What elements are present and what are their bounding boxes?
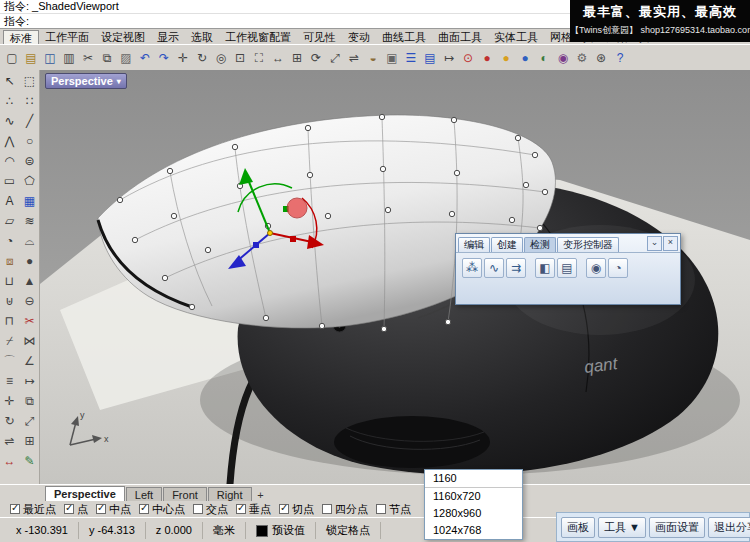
selection-filter-icon[interactable]: ⬚	[20, 72, 39, 91]
checkbox-icon[interactable]	[193, 504, 203, 514]
menu-tab-visibility[interactable]: 可见性	[297, 30, 342, 44]
text-icon[interactable]: A	[0, 192, 19, 211]
line-icon[interactable]: ╱	[20, 112, 39, 131]
box-icon[interactable]: ⧈	[0, 252, 19, 271]
cut-icon[interactable]: ✂	[79, 49, 97, 67]
point-analysis-icon[interactable]: ⁂	[462, 258, 482, 278]
menu-tab-display[interactable]: 显示	[151, 30, 185, 44]
chamfer-icon[interactable]: ∠	[20, 352, 39, 371]
plane-icon[interactable]: ▱	[0, 212, 19, 231]
move-tool-icon[interactable]: ✛	[0, 392, 19, 411]
dimension-icon[interactable]: ↔	[0, 452, 19, 471]
checkbox-icon[interactable]: ✓	[279, 504, 289, 514]
checkbox-icon[interactable]: ✓	[96, 504, 106, 514]
group-icon[interactable]: ⊛	[592, 49, 610, 67]
draft-angle-icon[interactable]: ◧	[535, 258, 555, 278]
viewport-tab-right[interactable]: Right	[208, 487, 252, 502]
layer-field[interactable]: 预设值	[246, 522, 316, 539]
copy-object-icon[interactable]: ⊞	[288, 49, 306, 67]
tools-button[interactable]: 工具 ▼	[598, 517, 646, 538]
point-marker-icon[interactable]: ⊙	[459, 49, 477, 67]
sphere-blue-icon[interactable]: ●	[516, 49, 534, 67]
circle-icon[interactable]: ○	[20, 132, 39, 151]
panel-tab-create[interactable]: 创建	[491, 237, 523, 252]
copy-tool-icon[interactable]: ⧉	[20, 392, 39, 411]
checkbox-icon[interactable]: ✓	[139, 504, 149, 514]
sphere-yellow-icon[interactable]: ●	[497, 49, 515, 67]
polyline-icon[interactable]: ⋀	[0, 132, 19, 151]
viewport-tab-perspective[interactable]: Perspective	[45, 486, 125, 502]
direction-analysis-icon[interactable]: ⇉	[506, 258, 526, 278]
viewport-title-dropdown[interactable]: Perspective ▾	[45, 73, 127, 89]
point-cloud-icon[interactable]: ∷	[20, 92, 39, 111]
rotate-tool-icon[interactable]: ↻	[0, 412, 19, 431]
surface-icon[interactable]: ▦	[20, 192, 39, 211]
panel-tab-inspect[interactable]: 检测	[524, 237, 556, 252]
zoom-window-icon[interactable]: ⊡	[231, 49, 249, 67]
annotate-icon[interactable]: ✎	[20, 452, 39, 471]
panel-collapse-icon[interactable]: ⌄	[647, 236, 662, 251]
environment-map-icon[interactable]: ◉	[586, 258, 606, 278]
save-icon[interactable]: ◫	[41, 49, 59, 67]
osnap-item-tangent[interactable]: ✓切点	[279, 502, 314, 517]
measure-icon[interactable]: ↦	[440, 49, 458, 67]
dropdown-item-1024x768[interactable]: 1024x768	[425, 522, 522, 539]
viewport-tab-left[interactable]: Left	[126, 487, 162, 502]
select-arrow-icon[interactable]: ↖	[0, 72, 19, 91]
dropdown-item-1160[interactable]: 1160	[425, 470, 522, 488]
menu-tab-surface-tools[interactable]: 曲面工具	[432, 30, 488, 44]
new-file-icon[interactable]: ▢	[3, 49, 21, 67]
scale-icon[interactable]: ⤢	[326, 49, 344, 67]
ellipse-icon[interactable]: ⊜	[20, 152, 39, 171]
extend-icon[interactable]: ↦	[20, 372, 39, 391]
rotate-object-icon[interactable]: ⟳	[307, 49, 325, 67]
arc-icon[interactable]: ◠	[0, 152, 19, 171]
join-icon[interactable]: ⋈	[20, 332, 39, 351]
paste-icon[interactable]: ▨	[117, 49, 135, 67]
open-file-icon[interactable]: ▤	[22, 49, 40, 67]
checkbox-icon[interactable]: ✓	[64, 504, 74, 514]
settings-gear-icon[interactable]: ⚙	[573, 49, 591, 67]
panel-tab-edit[interactable]: 编辑	[458, 237, 490, 252]
osnap-item-perpendicular[interactable]: ✓垂点	[236, 502, 271, 517]
move-icon[interactable]: ↔	[269, 49, 287, 67]
zoom-dynamic-icon[interactable]: ◎	[212, 49, 230, 67]
checkbox-icon[interactable]: ✓	[10, 504, 20, 514]
checkbox-icon[interactable]	[322, 504, 332, 514]
menu-tab-cplane[interactable]: 工作平面	[39, 30, 95, 44]
shaded-view-icon[interactable]: ◐	[535, 49, 553, 67]
trim-icon[interactable]: ✂	[20, 312, 39, 331]
perspective-viewport[interactable]: qant	[40, 70, 750, 484]
zoom-extents-icon[interactable]: ⛶	[250, 49, 268, 67]
copy-icon[interactable]: ⧉	[98, 49, 116, 67]
boolean-intersect-icon[interactable]: ⊓	[0, 312, 19, 331]
new-viewport-tab-icon[interactable]: +	[253, 488, 269, 502]
boolean-difference-icon[interactable]: ⊖	[20, 292, 39, 311]
cone-icon[interactable]: ▲	[20, 272, 39, 291]
osnap-item-near[interactable]: ✓最近点	[10, 502, 56, 517]
units-field[interactable]: 毫米	[203, 522, 246, 539]
curve-graph-icon[interactable]: ∿	[484, 258, 504, 278]
osnap-item-intersection[interactable]: 交点	[193, 502, 228, 517]
cylinder-icon[interactable]: ⊔	[0, 272, 19, 291]
menu-tab-curve-tools[interactable]: 曲线工具	[376, 30, 432, 44]
sphere-icon[interactable]: ●	[20, 252, 39, 271]
polygon-icon[interactable]: ⬠	[20, 172, 39, 191]
osnap-item-knot[interactable]: 节点	[376, 502, 411, 517]
menu-tab-select[interactable]: 选取	[185, 30, 219, 44]
mirror-icon[interactable]: ⇌	[345, 49, 363, 67]
dropdown-item-1160x720[interactable]: 1160x720	[425, 488, 522, 505]
zebra-analysis-icon[interactable]: ▤	[557, 258, 577, 278]
sphere-red-icon[interactable]: ●	[478, 49, 496, 67]
checkbox-icon[interactable]	[376, 504, 386, 514]
menu-tab-viewport-layout[interactable]: 工作视窗配置	[219, 30, 297, 44]
point-icon[interactable]: ∴	[0, 92, 19, 111]
offset-icon[interactable]: ≡	[0, 372, 19, 391]
array-icon[interactable]: ⊞	[20, 432, 39, 451]
osnap-item-center[interactable]: ✓中心点	[139, 502, 185, 517]
render-icon[interactable]: ◉	[554, 49, 572, 67]
loft-icon[interactable]: ≋	[20, 212, 39, 231]
panel-close-icon[interactable]: ×	[663, 236, 678, 251]
menu-tab-standard[interactable]: 标准	[3, 30, 39, 44]
sweep-icon[interactable]: ⌓	[20, 232, 39, 251]
